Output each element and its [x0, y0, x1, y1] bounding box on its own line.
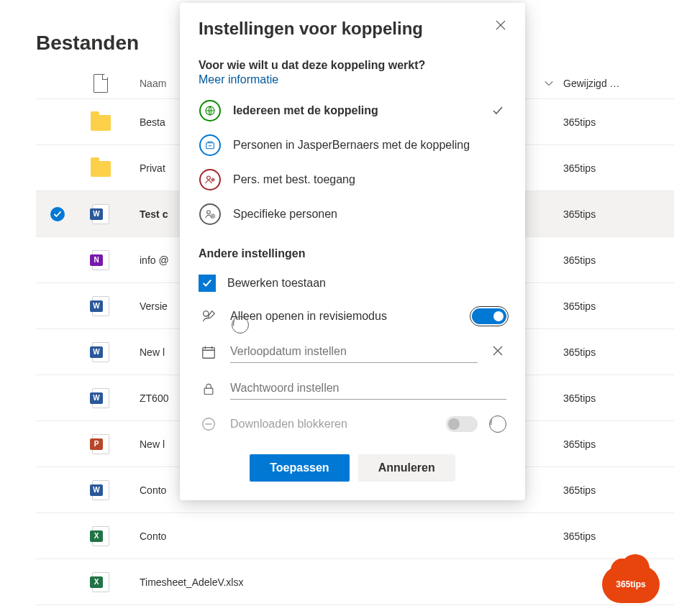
checkmark-icon[interactable] — [50, 207, 65, 221]
close-button[interactable] — [489, 14, 512, 37]
block-icon — [199, 414, 219, 434]
onenote-file-icon: N — [92, 250, 109, 270]
modified-by: 365tips — [563, 116, 664, 128]
folder-icon — [91, 115, 111, 131]
svg-point-7 — [204, 311, 209, 316]
share-option[interactable]: Pers. met best. toegang — [199, 162, 506, 197]
allow-editing-row[interactable]: Bewerken toestaan — [199, 267, 506, 299]
lock-icon — [199, 379, 219, 399]
allow-editing-label: Bewerken toestaan — [227, 277, 506, 290]
word-file-icon: W — [92, 388, 109, 408]
option-icon — [199, 169, 221, 190]
block-download-toggle[interactable] — [446, 416, 478, 432]
brand-label: 365tips — [616, 579, 645, 589]
word-file-icon: W — [92, 342, 109, 362]
folder-icon — [91, 161, 111, 177]
file-type-column-icon[interactable] — [79, 74, 122, 93]
modified-by: 365tips — [563, 530, 664, 542]
modified-by: 365tips — [563, 346, 664, 358]
password-row — [199, 370, 506, 407]
excel-file-icon: X — [92, 572, 109, 592]
modified-by: 365tips — [563, 484, 664, 496]
close-icon — [495, 19, 506, 31]
ppt-file-icon: P — [92, 434, 109, 454]
password-input[interactable] — [230, 377, 506, 400]
share-option[interactable]: Personen in JasperBernaers met de koppel… — [199, 128, 506, 162]
checkbox-checked-icon[interactable] — [199, 275, 216, 292]
table-row[interactable]: XTimesheet_AdeleV.xlsx — [36, 559, 674, 605]
calendar-icon — [199, 342, 219, 362]
word-file-icon: W — [92, 204, 109, 224]
option-icon — [199, 134, 221, 156]
expiration-input[interactable] — [230, 341, 478, 363]
file-name[interactable]: Conto — [122, 530, 534, 542]
option-icon — [199, 203, 221, 225]
share-option-label: Iedereen met de koppeling — [233, 103, 478, 119]
word-file-icon: W — [92, 480, 109, 500]
svg-rect-9 — [204, 388, 213, 394]
cancel-button[interactable]: Annuleren — [358, 454, 455, 482]
svg-point-2 — [207, 176, 211, 180]
word-file-icon: W — [92, 296, 109, 316]
dialog-subtitle: Voor wie wilt u dat deze koppeling werkt… — [199, 59, 506, 72]
other-settings-heading: Andere instellingen — [199, 247, 506, 260]
share-option-label: Personen in JasperBernaers met de koppel… — [233, 137, 478, 153]
column-header-modified-by[interactable]: Gewijzigd … — [563, 78, 664, 89]
dialog-title: Instellingen voor koppeling — [199, 19, 506, 39]
chevron-down-icon[interactable] — [534, 78, 563, 88]
option-icon — [199, 100, 221, 121]
apply-button[interactable]: Toepassen — [250, 454, 349, 482]
clear-expiration-button[interactable] — [489, 342, 506, 362]
link-settings-dialog: Instellingen voor koppeling Voor wie wil… — [180, 3, 525, 500]
review-mode-toggle[interactable] — [472, 308, 506, 324]
review-mode-label: Alleen openen in revisiemodus — [230, 310, 460, 323]
svg-point-5 — [207, 211, 211, 214]
excel-file-icon: X — [92, 526, 109, 546]
table-row[interactable]: XConto365tips — [36, 513, 674, 559]
share-option-label: Specifieke personen — [233, 206, 478, 222]
share-option[interactable]: Iedereen met de koppeling — [199, 93, 506, 128]
share-option-label: Pers. met best. toegang — [233, 172, 478, 188]
close-icon — [492, 345, 504, 357]
block-download-row: Downloaden blokkeren i — [199, 407, 506, 441]
learn-more-link[interactable]: Meer informatie — [199, 73, 278, 86]
share-option[interactable]: Specifieke personen — [199, 197, 506, 231]
info-icon[interactable]: i — [232, 316, 249, 334]
review-mode-icon — [199, 306, 219, 326]
brand-logo: 365tips — [602, 566, 660, 603]
svg-rect-8 — [203, 347, 215, 358]
expiration-row — [199, 334, 506, 370]
modified-by: 365tips — [563, 392, 664, 404]
modified-by: 365tips — [563, 300, 664, 312]
modified-by: 365tips — [563, 208, 664, 220]
modified-by: 365tips — [563, 162, 664, 174]
block-download-label: Downloaden blokkeren — [230, 418, 434, 431]
info-icon[interactable]: i — [489, 415, 506, 433]
modified-by: 365tips — [563, 438, 664, 450]
file-name[interactable]: Timesheet_AdeleV.xlsx — [122, 576, 534, 588]
checkmark-icon — [492, 105, 504, 116]
modified-by: 365tips — [563, 254, 664, 266]
